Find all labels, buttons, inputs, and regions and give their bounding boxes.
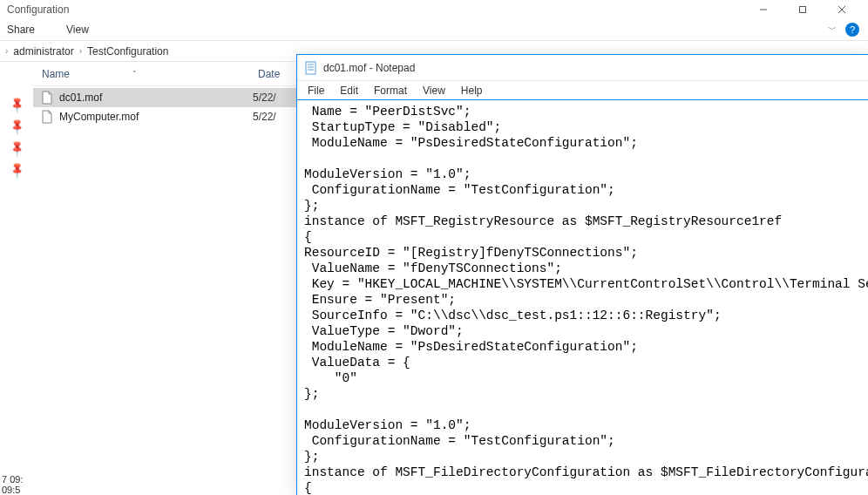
- minimize-button[interactable]: [743, 0, 783, 19]
- status-line: 7 09:: [2, 474, 23, 485]
- explorer-title-text: Configuration: [7, 3, 69, 16]
- chevron-right-icon: ›: [5, 46, 8, 56]
- ribbon-tab-view[interactable]: View: [63, 22, 92, 37]
- notepad-window: dc01.mof - Notepad File Edit Format View…: [296, 54, 868, 495]
- menu-view[interactable]: View: [421, 84, 447, 98]
- chevron-right-icon: ›: [79, 46, 82, 56]
- file-icon: [40, 91, 54, 105]
- pin-icon[interactable]: 📌: [7, 96, 26, 115]
- sort-caret-icon: ˄: [132, 70, 137, 78]
- column-date-label: Date: [258, 68, 280, 80]
- menu-file[interactable]: File: [306, 84, 326, 98]
- explorer-titlebar: Configuration: [0, 0, 868, 19]
- notepad-icon: [304, 61, 318, 75]
- column-header-name[interactable]: Name ˄: [33, 68, 251, 80]
- maximize-button[interactable]: [783, 0, 822, 19]
- menu-format[interactable]: Format: [372, 84, 409, 98]
- pin-icon[interactable]: 📌: [7, 118, 26, 137]
- window-controls: [743, 0, 861, 19]
- status-line: 09:5: [2, 485, 23, 495]
- column-header-date[interactable]: Date: [251, 68, 280, 80]
- svg-rect-1: [799, 7, 805, 13]
- notepad-titlebar[interactable]: dc01.mof - Notepad: [297, 55, 868, 81]
- svg-rect-4: [306, 62, 315, 74]
- file-name: MyComputer.mof: [59, 111, 139, 123]
- notepad-menu: File Edit Format View Help: [297, 81, 868, 100]
- pin-icon[interactable]: 📌: [7, 139, 26, 159]
- chevron-down-icon[interactable]: ﹀: [828, 24, 837, 36]
- close-button[interactable]: [822, 0, 861, 19]
- pin-icon[interactable]: 📌: [7, 161, 26, 180]
- file-name: dc01.mof: [59, 92, 102, 104]
- file-date: 5/22/: [253, 92, 276, 104]
- quick-access-column: 📌 📌 📌 📌: [0, 62, 33, 474]
- file-icon: [40, 110, 54, 124]
- ribbon-tab-share[interactable]: Share: [3, 22, 38, 37]
- menu-help[interactable]: Help: [459, 84, 485, 98]
- explorer-ribbon: Share View ﹀ ?: [0, 19, 868, 41]
- status-bar: 7 09: 09:5: [0, 474, 23, 495]
- notepad-text-area[interactable]: Name = "PeerDistSvc"; StartupType = "Dis…: [297, 100, 868, 495]
- file-date: 5/22/: [253, 111, 276, 123]
- menu-edit[interactable]: Edit: [338, 84, 360, 98]
- help-icon[interactable]: ?: [845, 23, 859, 37]
- notepad-title-text: dc01.mof - Notepad: [323, 62, 415, 74]
- breadcrumb-item[interactable]: administrator: [13, 45, 73, 58]
- breadcrumb-item[interactable]: TestConfiguration: [87, 45, 168, 58]
- column-name-label: Name: [42, 68, 70, 80]
